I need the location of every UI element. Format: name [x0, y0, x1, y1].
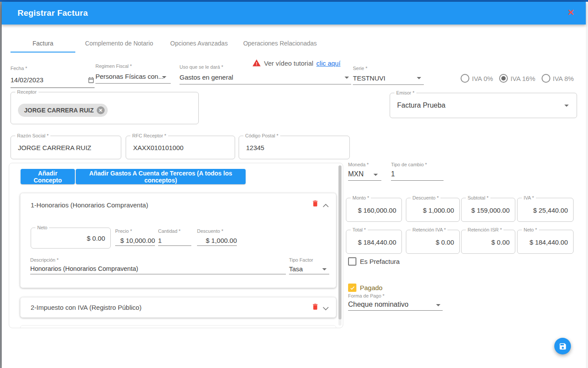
monto-field[interactable]: Monto * $ 160,000.00 — [346, 198, 402, 222]
radio-iva-8[interactable]: IVA 8% — [542, 74, 574, 83]
moneda-underline — [348, 180, 381, 181]
fecha-input[interactable]: 14/02/2023 — [11, 76, 43, 84]
concept-1-delete-button[interactable] — [311, 200, 319, 209]
concept-1-neto-field[interactable]: Neto $ 0.00 — [31, 228, 111, 249]
chip-remove-icon[interactable]: ✕ — [97, 106, 105, 114]
uso-caret-icon[interactable] — [345, 77, 349, 79]
radio-iva-0-icon[interactable] — [461, 74, 469, 83]
emisor-legend: Emisor * — [394, 90, 416, 96]
descuento-total-legend: Descuento * — [411, 195, 440, 201]
emisor-caret-icon[interactable] — [564, 105, 569, 107]
descuento-input[interactable]: $ 1,000.00 — [197, 237, 237, 244]
tipo-cambio-label: Tipo de cambio * — [391, 162, 427, 167]
tipo-cambio-input[interactable]: 1 — [391, 170, 395, 178]
receptor-field[interactable]: Receptor JORGE CARRERA RUIZ ✕ — [11, 92, 199, 124]
rfc-receptor-legend: RFC Receptor * — [130, 133, 168, 139]
dialog-scroll-track[interactable] — [586, 2, 588, 368]
tipo-factor-select[interactable]: Tasa — [289, 265, 303, 273]
add-concept-button[interactable]: Añadir Concepto — [21, 169, 75, 184]
radio-iva-16-icon[interactable] — [499, 74, 508, 83]
monto-legend: Monto * — [351, 195, 371, 201]
active-tab-indicator — [11, 52, 75, 53]
regimen-caret-icon[interactable] — [162, 76, 166, 78]
tipo-factor-label: Tipo Factor — [289, 257, 313, 263]
concepts-scrollbar[interactable] — [338, 165, 342, 326]
concepts-scrollbar-thumb[interactable] — [338, 165, 342, 319]
chevron-up-icon — [323, 203, 329, 207]
rfc-receptor-field[interactable]: RFC Receptor * XAXX010101000 — [126, 136, 235, 159]
razon-social-field[interactable]: Razón Social * JORGE CARRERA RUIZ — [11, 136, 121, 159]
tutorial-link[interactable]: clic aquí — [317, 60, 341, 67]
cantidad-underline — [158, 245, 191, 246]
iva-legend: IVA * — [522, 195, 536, 201]
tab-opciones-avanzadas[interactable]: Opciones Avanzadas — [163, 34, 235, 53]
concept-2-delete-button[interactable] — [311, 303, 319, 312]
es-prefactura-checkbox[interactable] — [348, 257, 356, 266]
precio-label: Precio * — [115, 228, 132, 234]
retencion-isr-field[interactable]: Retención ISR * $ 0.00 — [461, 230, 515, 254]
retencion-iva-field[interactable]: Retención IVA * $ 0.00 — [406, 230, 460, 254]
regimen-underline — [95, 83, 171, 84]
cantidad-input[interactable]: 1 — [158, 237, 162, 244]
razon-social-value: JORGE CARRERA RUIZ — [18, 144, 92, 151]
neto-total-value: $ 184,440.00 — [529, 238, 568, 246]
total-field[interactable]: Total * $ 184,440.00 — [346, 230, 402, 254]
descuento-label: Descuento * — [197, 228, 223, 234]
serie-select[interactable]: TESTNUVI — [353, 74, 385, 82]
dialog-title: Registrar Factura — [18, 2, 88, 25]
tipo-factor-caret-icon[interactable] — [322, 268, 327, 270]
razon-social-legend: Razón Social * — [15, 133, 50, 139]
tipo-factor-underline — [289, 274, 329, 274]
concept-card-1: 1-Honorarios (Honorarios Compraventa) Ne… — [20, 193, 336, 288]
neto-total-field[interactable]: Neto * $ 184,440.00 — [517, 230, 574, 254]
precio-input[interactable]: $ 10,000.00 — [115, 237, 155, 244]
subtotal-field[interactable]: Subtotal * $ 159,000.00 — [461, 198, 515, 222]
calendar-icon[interactable] — [88, 77, 95, 85]
radio-iva-16[interactable]: IVA 16% — [499, 74, 535, 83]
iva-field[interactable]: IVA * $ 25,440.00 — [517, 198, 574, 222]
trash-icon — [311, 303, 319, 311]
descripcion-underline — [30, 274, 286, 274]
concept-2-expand-button[interactable] — [323, 305, 329, 312]
regimen-label: Regimen Fiscal * — [95, 63, 132, 69]
save-button[interactable] — [554, 338, 571, 354]
uso-label: Uso que se le dará * — [180, 64, 223, 70]
emisor-select[interactable]: Emisor * Factura Prueba — [390, 93, 577, 118]
serie-caret-icon[interactable] — [417, 77, 421, 79]
serie-underline — [353, 84, 424, 85]
tab-operaciones-relacionadas[interactable]: Operaciones Relacionadas — [235, 34, 325, 53]
codigo-postal-legend: Código Postal * — [243, 133, 280, 139]
receptor-chip[interactable]: JORGE CARRERA RUIZ ✕ — [18, 104, 108, 117]
dialog-header: Registrar Factura ✕ — [2, 2, 586, 25]
concepts-panel: Añadir Concepto Añadir Gastos A Cuenta d… — [9, 163, 343, 328]
tab-complemento-notario[interactable]: Complemento de Notario — [75, 34, 163, 53]
pagado-checkbox[interactable] — [348, 284, 356, 292]
chevron-down-icon — [323, 307, 329, 311]
descuento-underline — [197, 245, 237, 246]
tipo-cambio-underline — [391, 180, 444, 181]
radio-iva-8-icon[interactable] — [542, 74, 550, 83]
tab-factura[interactable]: Factura — [11, 34, 75, 53]
forma-pago-underline — [348, 310, 443, 311]
forma-pago-caret-icon[interactable] — [436, 304, 440, 306]
radio-iva-0[interactable]: IVA 0% — [461, 74, 493, 83]
close-icon[interactable]: ✕ — [567, 8, 574, 18]
uso-select[interactable]: Gastos en general — [180, 74, 233, 81]
iva-radio-group: IVA 0% IVA 16% IVA 8% — [461, 74, 574, 83]
concept-1-collapse-button[interactable] — [323, 202, 329, 209]
tab-bar: Factura Complemento de Notario Opciones … — [11, 34, 325, 53]
moneda-select[interactable]: MXN — [348, 170, 364, 178]
moneda-caret-icon[interactable] — [373, 174, 378, 176]
descuento-total-field[interactable]: Descuento * $ 1,000.00 — [406, 198, 460, 222]
descuento-total-value: $ 1,000.00 — [423, 207, 454, 214]
save-icon — [559, 342, 567, 350]
registrar-factura-dialog: Registrar Factura ✕ Factura Complemento … — [2, 2, 586, 368]
descripcion-input[interactable]: Honorarios (Honorarios Compraventa) — [30, 265, 138, 272]
precio-underline — [115, 245, 155, 246]
forma-pago-select[interactable]: Cheque nominativo — [348, 301, 408, 308]
monto-value: $ 160,000.00 — [358, 207, 396, 214]
codigo-postal-field[interactable]: Código Postal * 12345 — [239, 136, 350, 159]
add-third-party-expenses-button[interactable]: Añadir Gastos A Cuenta de Terceros (A to… — [76, 169, 246, 184]
regimen-select[interactable]: Personas Físicas con... — [95, 73, 164, 80]
total-legend: Total * — [351, 227, 368, 233]
